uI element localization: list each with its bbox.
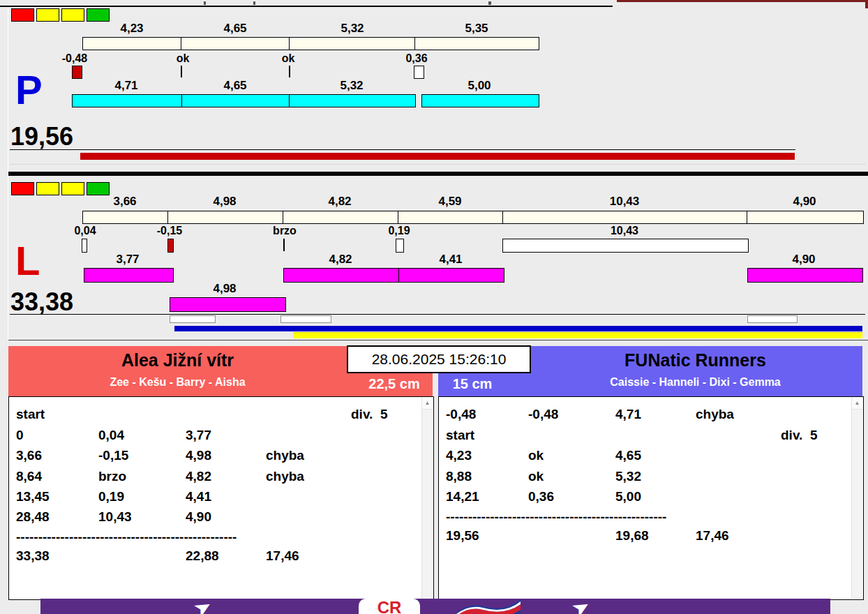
team-right-jump-height: 15 cm xyxy=(441,376,504,392)
cell-total-time: 33,38 xyxy=(16,548,50,564)
l-fault-marker xyxy=(167,239,174,253)
l-lower-split-label: 4,41 xyxy=(419,253,482,267)
p-upper-segment xyxy=(289,37,417,50)
table-scrollbar[interactable]: ▲ xyxy=(421,398,433,599)
footer-banner xyxy=(40,599,830,614)
start-lights-l xyxy=(11,182,110,195)
cutoff-menu-text-mark xyxy=(253,1,255,5)
p-upper-segment xyxy=(414,37,539,50)
p-cross-delta-label: 0,36 xyxy=(387,52,446,65)
cell-delta: ok xyxy=(528,448,544,463)
l-cross-delta-label: 10,43 xyxy=(595,225,654,237)
p-dog-run-bar xyxy=(289,94,416,107)
p-dog-run-bar xyxy=(181,94,291,107)
l-upper-split-label: 10,43 xyxy=(593,195,656,209)
l-upper-segment xyxy=(82,211,170,224)
l-cross-delta-label: -0,15 xyxy=(140,225,199,237)
cell-delta: 10,43 xyxy=(98,509,132,525)
cell-sum-splits: 19,68 xyxy=(615,528,649,544)
logo-flag-icon xyxy=(444,598,522,614)
l-dog-run-bar xyxy=(747,268,863,283)
p-lower-split-label: 4,71 xyxy=(95,79,158,93)
cell-best-time: 17,46 xyxy=(696,528,729,544)
start-light-green xyxy=(87,8,110,22)
p-upper-split-label: 4,65 xyxy=(204,22,267,36)
table-row: start div. 5 xyxy=(9,407,433,427)
p-lower-split-label: 5,32 xyxy=(320,79,383,93)
lane-l-letter: L xyxy=(15,241,40,281)
cell-split: 4,90 xyxy=(186,509,211,525)
cell-time: -0,48 xyxy=(446,407,476,422)
start-light-yellow1 xyxy=(36,182,59,195)
cell-delta: 0,04 xyxy=(98,428,124,443)
table-row: 13,45 0,19 4,41 xyxy=(9,489,433,509)
datetime-display: 28.06.2025 15:26:10 xyxy=(347,345,531,373)
cell-split: 4,98 xyxy=(186,448,211,463)
l-cross-delta-label: 0,19 xyxy=(370,225,428,237)
table-row: 3,66 -0,15 4,98 chyba xyxy=(9,448,433,468)
flyball-timing-screen: 4,23 4,65 5,32 5,35 -0,48 ok ok 0,36 P 4… xyxy=(0,0,868,614)
table-separator: ----------------------------------------… xyxy=(446,509,666,525)
cell-split: 4,41 xyxy=(186,489,211,504)
cell-delta: ok xyxy=(528,469,544,484)
l-lower-split-label: 4,82 xyxy=(309,253,372,267)
l-progress-bar-blue xyxy=(174,326,862,331)
cell-split: 5,00 xyxy=(615,489,641,504)
cell-time: 8,64 xyxy=(16,469,42,484)
cell-delta: 0,36 xyxy=(528,489,554,504)
table-row: 4,23 ok 4,65 xyxy=(439,448,863,468)
p-cross-delta-label: ok xyxy=(259,52,317,65)
team-right-members: Caissie - Hanneli - Dixi - Gemma xyxy=(528,376,862,389)
l-marker-outline xyxy=(747,315,798,323)
cell-delta: -0,48 xyxy=(528,407,558,422)
p-cross-tick xyxy=(289,66,290,77)
l-cross-tick xyxy=(283,239,285,251)
l-cross-delta-label: brzo xyxy=(255,225,314,237)
scroll-up-icon[interactable]: ▲ xyxy=(422,398,433,410)
cell-split: 4,71 xyxy=(615,407,641,422)
p-cross-delta-label: ok xyxy=(154,52,212,65)
p-upper-split-label: 4,23 xyxy=(100,22,163,36)
cell-time: 8,88 xyxy=(446,469,472,484)
start-lights-p xyxy=(11,8,110,22)
table-row: 14,21 0,36 5,00 xyxy=(439,489,863,509)
logo-cr-text: CR xyxy=(377,598,402,614)
team-left-jump-height: 22,5 cm xyxy=(352,376,436,392)
start-light-yellow2 xyxy=(61,182,84,195)
cell-time: 4,23 xyxy=(446,448,472,463)
cell-fault: chyba xyxy=(266,448,304,463)
l-long-gap-box xyxy=(502,239,749,253)
start-light-yellow2 xyxy=(61,8,84,22)
cell-division: div. 5 xyxy=(781,428,817,443)
table-scrollbar[interactable]: ▲ xyxy=(851,398,862,599)
logo-cr: CR xyxy=(359,599,420,614)
cell-fault: chyba xyxy=(696,407,734,422)
result-table-left: start div. 5 0 0,04 3,77 3,66 -0,15 4,98… xyxy=(8,396,434,600)
lane-divider xyxy=(8,172,868,176)
table-total-row: 33,38 22,88 17,46 xyxy=(9,548,433,569)
p-upper-split-label: 5,32 xyxy=(321,22,384,36)
l-dog-run-bar xyxy=(84,268,174,283)
p-lower-split-label: 4,65 xyxy=(204,79,267,93)
table-row: 0 0,04 3,77 xyxy=(9,428,433,448)
table-total-row: 19,56 19,68 17,46 xyxy=(439,528,863,548)
cell-split: 3,77 xyxy=(186,428,211,443)
scroll-up-icon[interactable]: ▲ xyxy=(852,398,862,410)
l-upper-split-label: 4,90 xyxy=(773,195,836,209)
table-row: start div. 5 xyxy=(439,428,863,448)
l-cross-box xyxy=(82,239,87,253)
table-separator: ----------------------------------------… xyxy=(16,530,237,545)
l-upper-split-label: 3,66 xyxy=(93,195,156,209)
result-table-right: -0,48 -0,48 4,71 chyba start div. 5 4,23… xyxy=(438,396,864,600)
cell-delta: 0,19 xyxy=(98,489,124,504)
cell-split: 4,65 xyxy=(615,448,641,463)
start-light-yellow1 xyxy=(36,8,59,22)
cell-time: 14,21 xyxy=(446,489,479,504)
p-underline xyxy=(10,149,795,150)
l-cross-delta-label: 0,04 xyxy=(56,225,114,237)
l-upper-segment xyxy=(283,211,400,224)
l-upper-split-label: 4,82 xyxy=(308,195,371,209)
cell-split: 5,32 xyxy=(615,469,641,484)
p-progress-bar xyxy=(80,153,795,160)
l-upper-split-label: 4,59 xyxy=(419,195,481,209)
